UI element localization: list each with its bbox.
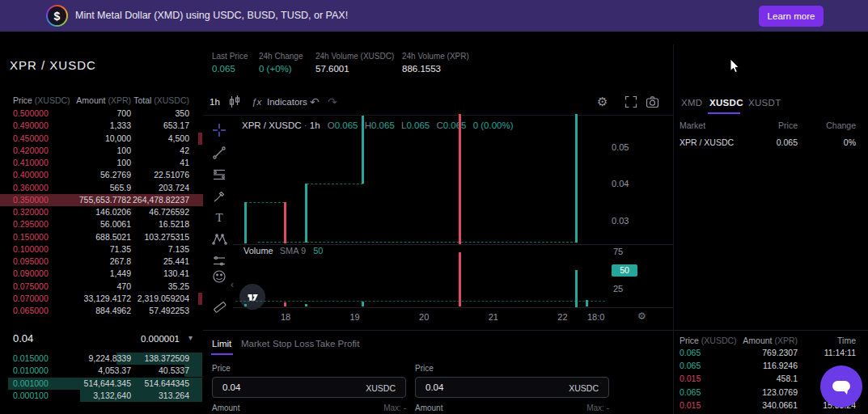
- undo-icon[interactable]: ↶: [310, 89, 320, 115]
- stat-value: 0.065: [212, 64, 248, 74]
- price-cell: 0.070000: [13, 294, 49, 303]
- time-axis-gear-icon[interactable]: ⚙: [637, 310, 646, 322]
- stat-label: 24h Volume (XUSDC): [315, 52, 394, 61]
- trade-price-cell: 0.065: [680, 361, 701, 370]
- price-input[interactable]: 0.04XUSDC: [415, 377, 609, 398]
- trades-column-header: Time: [801, 336, 856, 345]
- tradingview-logo[interactable]: [239, 284, 265, 310]
- fx-icon[interactable]: ƒx: [252, 89, 261, 115]
- candle-bar: [575, 114, 578, 243]
- legend-c-value: 0.065: [443, 120, 467, 130]
- trend-line-icon[interactable]: [210, 144, 228, 162]
- markets-column-header: Change: [791, 120, 856, 130]
- orderbook-sell-row[interactable]: 0.150000688.5021103.275315: [0, 231, 203, 243]
- market-change-cell: 0%: [791, 137, 856, 147]
- amount-cell: 33,129.4172: [63, 294, 131, 303]
- markets-tab-xmd[interactable]: XMD: [681, 98, 702, 108]
- amount-cell: 884.4962: [63, 306, 131, 315]
- redo-icon[interactable]: ↷: [328, 89, 337, 115]
- orderbook-sell-row[interactable]: 0.07500047035.25: [0, 281, 203, 293]
- price-cell: 0.015000: [13, 353, 49, 363]
- orderbook-sell-row[interactable]: 0.065000884.496257.492253: [0, 305, 203, 317]
- price-input[interactable]: 0.04XUSDC: [212, 377, 406, 398]
- stat-value: 886.1553: [402, 64, 469, 74]
- orderbook-sell-row[interactable]: 0.07000033,129.41722,319.059204: [0, 293, 203, 305]
- interval-button[interactable]: 1h: [210, 89, 220, 115]
- amount-cell: 56.0061: [63, 219, 131, 229]
- fullscreen-icon[interactable]: [625, 89, 637, 115]
- orderbook-sell-row[interactable]: 0.40000056.276922.51076: [0, 169, 203, 181]
- amount-cell: 755,653.7782: [63, 195, 131, 205]
- order-form-active-tab-underline: [211, 353, 233, 355]
- order-form-tab-market[interactable]: Market: [241, 339, 269, 349]
- price-field-label: Price: [212, 364, 231, 373]
- xabcd-pattern-icon[interactable]: [210, 230, 228, 248]
- crosshair-icon[interactable]: [210, 121, 228, 139]
- dollar-glyph: $: [48, 6, 66, 25]
- orderbook-buy-row[interactable]: 0.0150009,224.8339138.372509: [0, 353, 203, 365]
- volume-sma-line: [235, 301, 605, 302]
- indicators-button[interactable]: Indicators: [267, 89, 307, 115]
- depth-bar: [198, 133, 202, 145]
- orderbook-sell-row[interactable]: 0.29500056.006116.5218: [0, 218, 203, 230]
- legend-sep: ·: [304, 120, 307, 130]
- banner-message: Mint Metal Dollar (XMD) using USDC, BUSD…: [75, 0, 348, 32]
- collapse-panel-icon[interactable]: ‹: [231, 279, 234, 290]
- trade-row: 0.065769.230711:14:11: [673, 348, 868, 361]
- amount-cell: 267.8: [63, 256, 131, 266]
- chevron-down-icon[interactable]: ▾: [188, 333, 193, 342]
- time-axis-tick: 18: [273, 312, 298, 322]
- total-cell: 7.135: [133, 244, 189, 254]
- order-form-tab-limit[interactable]: Limit: [212, 339, 231, 349]
- orderbook-sell-row[interactable]: 0.500000700350: [0, 108, 203, 120]
- brush-icon[interactable]: [210, 188, 228, 205]
- emoji-tool-icon[interactable]: [210, 268, 228, 285]
- time-axis-tick: 21: [481, 312, 506, 322]
- orderbook-sell-row[interactable]: 0.320000146.020646.726592: [0, 206, 203, 218]
- orderbook-sell-row[interactable]: 0.42000010042: [0, 145, 203, 157]
- orderbook-buy-row[interactable]: 0.0001003,132,640313.264: [0, 390, 203, 402]
- orderbook-buy-row[interactable]: 0.001000514,644.345514.644345: [0, 378, 203, 390]
- volume-bar: [459, 252, 461, 306]
- orderbook-sell-row[interactable]: 0.0900001,449130.41: [0, 268, 203, 280]
- max-label: Max: -: [349, 403, 406, 412]
- legend-interval: 1h: [310, 120, 320, 130]
- chart-toolbar: 1h ƒx Indicators ↶ ↷ ⚙: [203, 89, 673, 116]
- learn-more-button[interactable]: Learn more: [759, 6, 824, 27]
- price-field-label: Price: [415, 364, 434, 373]
- orderbook-sell-row[interactable]: 0.45000010,0004,500: [0, 133, 203, 145]
- market-row[interactable]: XPR / XUSDC0.0650%: [673, 137, 868, 150]
- stat-item: Last Price0.065: [212, 52, 248, 74]
- candle-bar: [305, 184, 307, 243]
- order-form-tab-stop-loss[interactable]: Stop Loss: [273, 339, 314, 349]
- price-cell: 0.295000: [13, 219, 49, 229]
- total-cell: 313.264: [133, 391, 189, 400]
- tick-size-value[interactable]: 0.000001: [141, 334, 180, 344]
- orderbook-column-header: Amount (XPR): [63, 95, 131, 105]
- candle-style-icon[interactable]: [227, 89, 242, 115]
- orderbook-sell-row[interactable]: 0.350000755,653.7782264,478.82237: [0, 194, 203, 206]
- total-cell: 138.372509: [133, 353, 189, 363]
- orderbook-sell-row[interactable]: 0.095000267.825.441: [0, 256, 203, 268]
- chat-widget-button[interactable]: [820, 365, 862, 408]
- legend-c-label: C: [436, 120, 442, 130]
- volume-bar: [362, 302, 364, 306]
- markets-tab-xusdt[interactable]: XUSDT: [748, 98, 781, 108]
- orderbook-sell-row[interactable]: 0.10000071.357.135: [0, 243, 203, 256]
- fib-retracement-icon[interactable]: [210, 166, 228, 184]
- markets-tab-xusdc[interactable]: XUSDC: [709, 98, 743, 108]
- amount-cell: 3,132,640: [63, 391, 131, 400]
- ruler-measure-icon[interactable]: [210, 298, 228, 315]
- chart-settings-gear-icon[interactable]: ⚙: [597, 89, 608, 115]
- orderbook-sell-row[interactable]: 0.360000565.9203.724: [0, 182, 203, 194]
- orderbook-buy-row[interactable]: 0.0100004,053.3740.5337: [0, 365, 203, 377]
- trade-price-cell: 0.015: [680, 400, 701, 410]
- orderbook-sell-row[interactable]: 0.4900001,333653.17: [0, 120, 203, 132]
- text-tool-icon[interactable]: T: [210, 209, 228, 226]
- orderbook-sell-row[interactable]: 0.41000010041: [0, 157, 203, 169]
- snapshot-camera-icon[interactable]: [646, 89, 659, 115]
- order-form-tab-take-profit[interactable]: Take Profit: [315, 339, 359, 349]
- amount-cell: 514,644.345: [63, 378, 131, 388]
- volume-sma-label: SMA 9: [280, 246, 306, 256]
- amount-cell: 56.2769: [63, 170, 131, 180]
